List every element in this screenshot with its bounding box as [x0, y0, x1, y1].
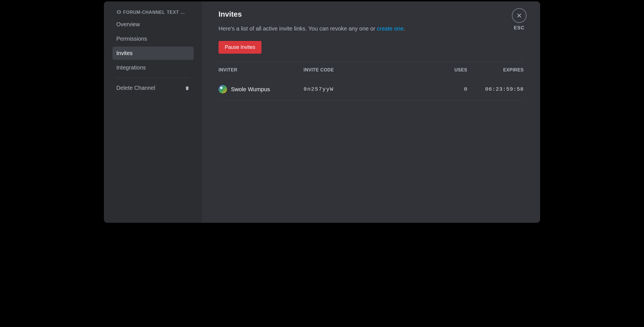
sidebar-item-integrations[interactable]: Integrations	[112, 61, 194, 74]
invites-table: INVITER INVITE CODE USES EXPIRES Swole W…	[219, 62, 524, 101]
sidebar-channel-header: FORUM-CHANNEL TEXT …	[112, 10, 194, 18]
inviter-name: Swole Wumpus	[231, 86, 270, 93]
forum-icon	[116, 10, 121, 15]
table-header: INVITER INVITE CODE USES EXPIRES	[219, 62, 524, 78]
channel-suffix: TEXT …	[167, 10, 185, 15]
description-text: Here's a list of all active invite links…	[219, 25, 524, 32]
description-suffix: .	[403, 25, 405, 32]
create-invite-link[interactable]: create one	[377, 25, 404, 32]
inviter-cell: Swole Wumpus	[219, 85, 304, 93]
trash-icon	[185, 86, 190, 91]
page-title: Invites	[219, 10, 524, 19]
sidebar-item-overview[interactable]: Overview	[112, 18, 194, 31]
settings-sidebar: FORUM-CHANNEL TEXT … Overview Permission…	[104, 1, 202, 223]
sidebar-item-label: Overview	[116, 21, 140, 28]
settings-modal: FORUM-CHANNEL TEXT … Overview Permission…	[104, 1, 540, 223]
esc-label: ESC	[514, 25, 525, 31]
sidebar-divider	[116, 78, 190, 78]
sidebar-item-label: Integrations	[116, 64, 146, 71]
close-icon	[516, 12, 522, 19]
pause-invites-button[interactable]: Pause Invites	[219, 41, 261, 54]
channel-name: FORUM-CHANNEL	[123, 10, 165, 15]
sidebar-item-invites[interactable]: Invites	[112, 47, 194, 60]
main-content: Invites Here's a list of all active invi…	[202, 1, 540, 223]
col-header-code: INVITE CODE	[304, 67, 422, 73]
table-row[interactable]: Swole Wumpus 9n257yyW 0 06:23:59:58	[219, 78, 524, 101]
sidebar-item-permissions[interactable]: Permissions	[112, 32, 194, 45]
close-button[interactable]	[512, 8, 527, 23]
col-header-expires: EXPIRES	[467, 67, 524, 73]
invite-uses: 0	[422, 86, 467, 92]
col-header-inviter: INVITER	[219, 67, 304, 73]
col-header-uses: USES	[422, 67, 467, 73]
description-prefix: Here's a list of all active invite links…	[219, 25, 377, 32]
sidebar-item-label: Delete Channel	[116, 85, 155, 91]
close-widget: ESC	[512, 8, 527, 31]
invite-code: 9n257yyW	[304, 86, 422, 92]
sidebar-item-label: Permissions	[116, 36, 147, 42]
sidebar-item-label: Invites	[116, 50, 133, 56]
avatar	[219, 85, 227, 93]
sidebar-item-delete-channel[interactable]: Delete Channel	[112, 81, 194, 95]
invite-expires: 06:23:59:58	[467, 86, 524, 92]
